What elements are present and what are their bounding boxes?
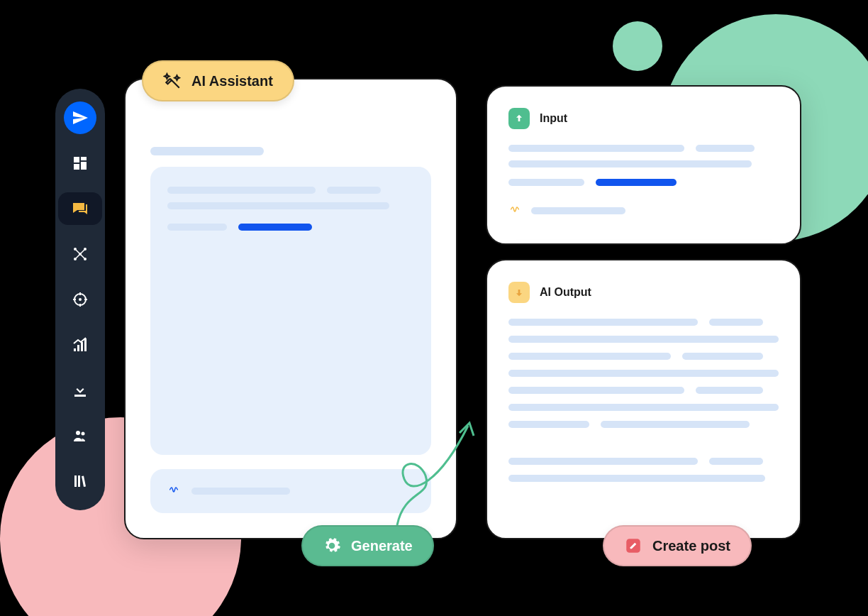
skeleton-line: [508, 336, 779, 343]
skeleton-line: [601, 421, 750, 428]
sidebar-item-dashboard[interactable]: [64, 147, 96, 180]
skeleton-line: [327, 187, 382, 194]
paper-plane-icon: [72, 109, 89, 126]
svg-point-8: [82, 432, 85, 436]
skeleton-heading: [150, 147, 264, 155]
decor-circle-green-small: [613, 21, 662, 71]
output-card-icon: [508, 282, 530, 303]
skeleton-line: [508, 370, 779, 377]
input-card-icon: [508, 108, 530, 129]
ai-assistant-label: AI Assistant: [191, 73, 273, 89]
sidebar: [55, 89, 105, 510]
voice-wave-icon: [508, 203, 521, 219]
edit-square-icon: [624, 537, 642, 555]
sidebar-item-team[interactable]: [64, 419, 96, 452]
voice-wave-icon: [167, 483, 180, 499]
grid-icon: [72, 155, 89, 172]
skeleton-line: [508, 319, 698, 326]
sidebar-item-navigate[interactable]: [64, 101, 96, 134]
skeleton-line: [696, 145, 755, 152]
sidebar-item-network[interactable]: [64, 238, 96, 270]
skeleton-line: [709, 458, 763, 465]
input-card-label: Input: [540, 112, 567, 125]
gear-icon: [323, 537, 341, 555]
crosshair-icon: [72, 291, 89, 308]
svg-point-7: [76, 431, 80, 435]
nodes-icon: [72, 246, 89, 263]
message-edit-icon: [72, 200, 89, 217]
flow-arrow-icon: [383, 405, 496, 532]
arrow-down-icon: [513, 287, 525, 298]
sidebar-item-compose[interactable]: [58, 192, 102, 225]
skeleton-line: [167, 224, 227, 231]
sidebar-item-target[interactable]: [64, 283, 96, 316]
skeleton-line: [508, 404, 779, 411]
skeleton-line-highlight: [596, 179, 677, 186]
users-icon: [72, 427, 89, 444]
skeleton-line: [709, 319, 763, 326]
skeleton-line: [508, 421, 589, 428]
input-card: Input: [486, 85, 801, 245]
output-card-label: AI Output: [540, 286, 591, 299]
skeleton-line-cursor: [238, 224, 312, 231]
download-tray-icon: [72, 382, 89, 399]
skeleton-line: [696, 387, 763, 394]
skeleton-line: [191, 488, 290, 495]
sidebar-item-library[interactable]: [64, 465, 96, 497]
arrow-up-icon: [513, 113, 525, 124]
books-icon: [72, 473, 89, 490]
create-post-button[interactable]: Create post: [603, 525, 752, 566]
magic-wand-icon: [163, 72, 182, 90]
skeleton-line: [167, 187, 316, 194]
ai-output-card: AI Output: [486, 259, 801, 539]
svg-point-6: [79, 298, 82, 301]
skeleton-line: [508, 387, 684, 394]
create-post-label: Create post: [652, 538, 730, 554]
skeleton-line: [508, 475, 765, 482]
sidebar-item-analytics[interactable]: [64, 329, 96, 361]
skeleton-line: [508, 179, 584, 186]
skeleton-line: [508, 458, 698, 465]
generate-label: Generate: [351, 538, 413, 554]
skeleton-line: [508, 353, 671, 360]
chart-up-icon: [72, 336, 89, 353]
ai-assistant-badge: AI Assistant: [142, 60, 294, 101]
skeleton-line: [682, 353, 763, 360]
skeleton-line: [167, 202, 389, 209]
skeleton-line: [508, 145, 684, 152]
generate-button[interactable]: Generate: [301, 525, 434, 566]
skeleton-line: [508, 160, 752, 167]
sidebar-item-downloads[interactable]: [64, 374, 96, 407]
skeleton-line: [531, 207, 625, 214]
